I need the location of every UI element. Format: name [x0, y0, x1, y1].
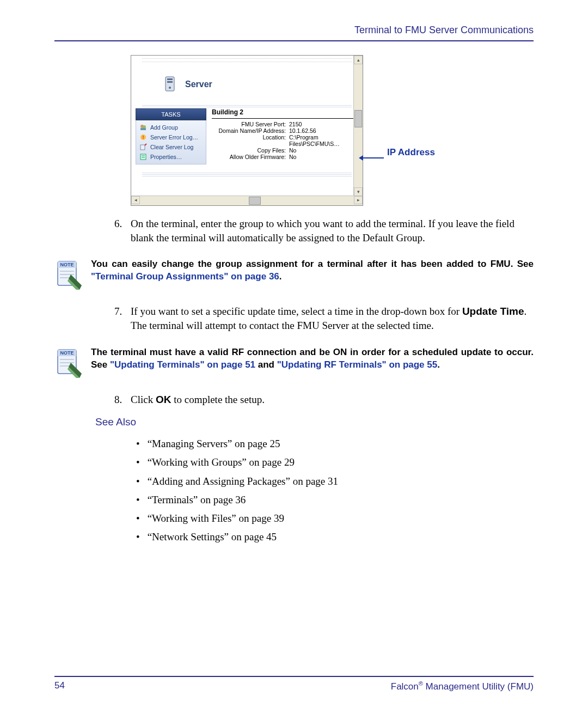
step-7: 7. If you want to set a specific update …	[114, 304, 534, 332]
kv-allow-older-fw: Allow Older Firmware: No	[212, 154, 363, 160]
bullet-icon: •	[136, 453, 140, 472]
update-time-label: Update Time	[462, 306, 524, 317]
link-terminal-group-assignments[interactable]: "Terminal Group Assignments" on page 36	[91, 271, 279, 282]
server-details: Building 2 FMU Server Port: 2150 Domain …	[206, 108, 363, 164]
step-text-part: Click	[131, 394, 156, 405]
task-server-error-log[interactable]: ! Server Error Log…	[136, 132, 206, 142]
footer-rule	[54, 676, 534, 677]
svg-rect-1	[167, 78, 173, 80]
step-text: If you want to set a specific update tim…	[131, 304, 534, 332]
ok-label: OK	[156, 394, 171, 405]
scroll-down-icon[interactable]: ▾	[354, 187, 363, 196]
step-text: On the terminal, enter the group to whic…	[131, 217, 534, 245]
kv-copy-files: Copy Files: No	[212, 147, 363, 154]
kv-key: Copy Files:	[212, 147, 286, 154]
horizontal-scrollbar[interactable]: ◂ ▸	[131, 196, 363, 205]
bullet-icon: •	[136, 491, 140, 509]
step-6: 6. On the terminal, enter the group to w…	[114, 217, 534, 245]
callout-arrow	[362, 157, 384, 158]
scroll-right-icon[interactable]: ▸	[354, 196, 363, 204]
scroll-thumb-h[interactable]	[249, 197, 261, 205]
kv-val: C:\Program Files\PSC\FMU\S…	[289, 134, 357, 147]
note-text: The terminal must have a valid RF connec…	[91, 346, 534, 371]
step-number: 6.	[114, 217, 131, 245]
link-updating-rf-terminals[interactable]: "Updating RF Terminals" on page 55	[277, 359, 437, 370]
scroll-up-icon[interactable]: ▴	[354, 56, 363, 64]
see-also-link[interactable]: “Terminals” on page 36	[148, 491, 246, 509]
task-label: Add Group	[150, 124, 178, 131]
note-part: and	[255, 359, 277, 370]
note-icon: NOTE	[54, 346, 83, 379]
svg-rect-6	[140, 128, 146, 130]
product-name: Falcon® Management Utility (FMU)	[391, 680, 534, 692]
properties-icon	[139, 153, 147, 161]
kv-key: Domain Name/IP Address:	[212, 127, 286, 134]
page-header-title: Terminal to FMU Server Communications	[54, 25, 534, 36]
page-number: 54	[54, 680, 65, 692]
server-icon	[164, 76, 177, 93]
bullet-icon: •	[136, 509, 140, 528]
tasks-panel: TASKS Add Group ! Server Error Log… Cl	[136, 108, 206, 164]
kv-server-port: FMU Server Port: 2150	[212, 121, 363, 127]
see-also-link[interactable]: “Managing Servers” on page 25	[148, 435, 280, 453]
svg-text:NOTE: NOTE	[60, 350, 74, 356]
list-item: •“Terminals” on page 36	[136, 491, 534, 509]
step-8: 8. Click OK to complete the setup.	[114, 393, 534, 407]
note-icon: NOTE	[54, 258, 83, 291]
header-rule	[54, 40, 534, 41]
tasks-list: Add Group ! Server Error Log… Clear Serv…	[136, 120, 206, 164]
kv-val: No	[289, 147, 357, 154]
kv-location: Location: C:\Program Files\PSC\FMU\S…	[212, 134, 363, 147]
kv-key: Location:	[212, 134, 286, 147]
see-also-list: •“Managing Servers” on page 25 •“Working…	[136, 435, 534, 546]
link-updating-terminals[interactable]: "Updating Terminals" on page 51	[110, 359, 255, 370]
user-group-icon	[139, 124, 147, 131]
task-add-group[interactable]: Add Group	[136, 123, 206, 132]
see-also-heading: See Also	[95, 416, 534, 428]
list-item: •“Adding and Assigning Packages” on page…	[136, 472, 534, 491]
see-also-link[interactable]: “Working with Groups” on page 29	[148, 453, 295, 472]
clear-log-icon	[139, 143, 147, 151]
note-text: You can easily change the group assignme…	[91, 258, 534, 283]
svg-rect-11	[140, 154, 146, 160]
see-also-link[interactable]: “Working with Files” on page 39	[148, 509, 284, 528]
task-clear-server-log[interactable]: Clear Server Log	[136, 142, 206, 152]
step-text-part: to complete the setup.	[171, 394, 264, 405]
list-item: •“Managing Servers” on page 25	[136, 435, 534, 453]
ip-address-callout: IP Address	[387, 147, 435, 158]
kv-key: Allow Older Firmware:	[212, 154, 286, 160]
svg-rect-9	[140, 145, 145, 150]
step-text-part: If you want to set a specific update tim…	[131, 306, 462, 317]
product-name-part: Falcon	[391, 681, 419, 692]
error-log-icon: !	[139, 133, 147, 141]
see-also-link[interactable]: “Adding and Assigning Packages” on page …	[148, 472, 338, 491]
svg-line-10	[145, 144, 146, 145]
screenshot-row: Server TASKS Add Group ! Server Error Lo…	[131, 55, 534, 206]
page-footer: 54 Falcon® Management Utility (FMU)	[54, 676, 534, 692]
server-title: Server	[185, 80, 212, 89]
kv-val: 10.1.62.56	[289, 127, 357, 134]
task-properties[interactable]: Properties…	[136, 152, 206, 162]
svg-rect-2	[167, 81, 173, 83]
list-item: •“Working with Files” on page 39	[136, 509, 534, 528]
see-also-link[interactable]: “Network Settings” on page 45	[148, 528, 277, 546]
kv-val: No	[289, 154, 357, 160]
task-label: Properties…	[150, 154, 182, 160]
server-header: Server	[131, 62, 363, 104]
step-number: 7.	[114, 304, 131, 332]
step-number: 8.	[114, 393, 131, 407]
kv-key: FMU Server Port:	[212, 121, 286, 127]
details-title: Building 2	[212, 108, 363, 117]
vertical-scrollbar[interactable]: ▴ ▾	[353, 56, 363, 196]
bullet-icon: •	[136, 472, 140, 491]
note-1: NOTE You can easily change the group ass…	[54, 258, 534, 291]
note-2: NOTE The terminal must have a valid RF c…	[54, 346, 534, 379]
scroll-thumb[interactable]	[354, 110, 362, 127]
kv-val: 2150	[289, 121, 357, 127]
list-item: •“Working with Groups” on page 29	[136, 453, 534, 472]
bullet-icon: •	[136, 435, 140, 453]
svg-text:!: !	[143, 135, 144, 140]
step-text: Click OK to complete the setup.	[131, 393, 534, 407]
scroll-left-icon[interactable]: ◂	[131, 196, 140, 204]
tasks-header: TASKS	[136, 108, 206, 120]
